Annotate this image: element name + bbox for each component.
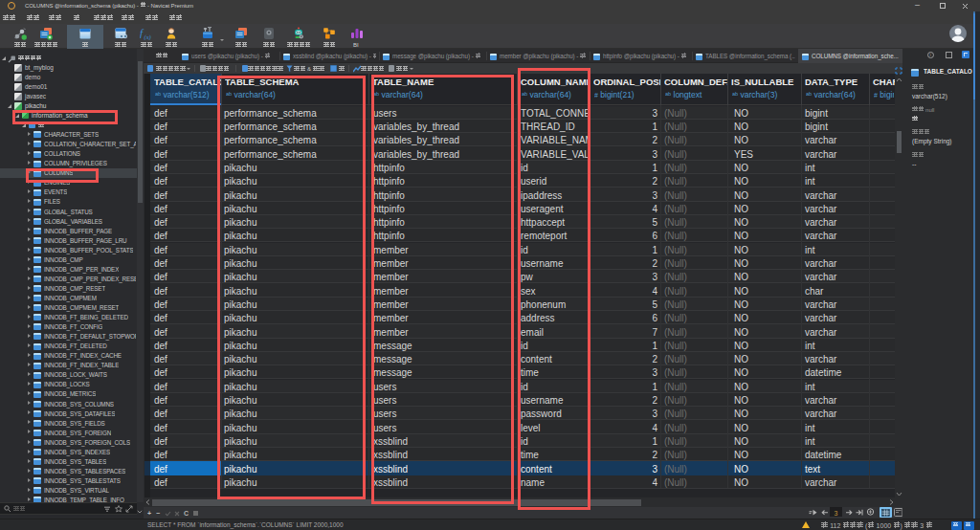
svg-text:(x): (x) <box>145 33 151 41</box>
